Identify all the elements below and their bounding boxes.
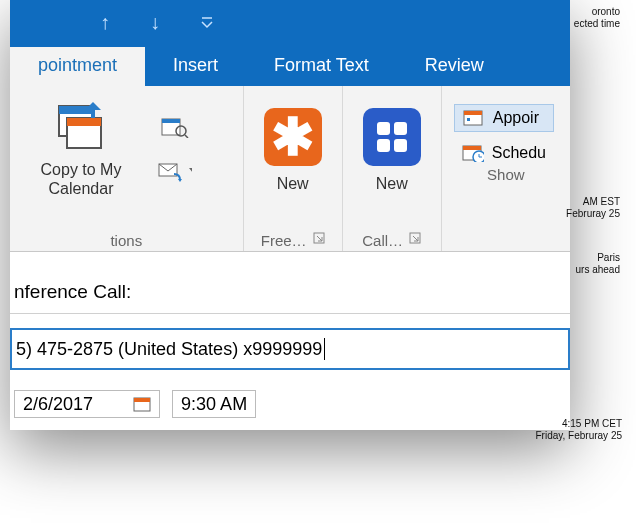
svg-line-8 bbox=[185, 135, 188, 138]
quick-access-toolbar: ↑ ↓ bbox=[10, 0, 570, 44]
svg-rect-14 bbox=[394, 139, 407, 152]
start-date-picker[interactable]: 2/6/2017 bbox=[14, 390, 160, 418]
undo-arrow-up-icon[interactable]: ↑ bbox=[100, 11, 110, 34]
location-input[interactable]: 5) 475-2875 (United States) x9999999 bbox=[10, 328, 570, 370]
show-scheduling-button[interactable]: Schedu bbox=[454, 140, 554, 166]
annotation-toronto: orontoected time bbox=[560, 6, 620, 30]
annotation-cet: 4:15 PM CETFriday, Februray 25 bbox=[522, 418, 622, 442]
subject-label: nference Call: bbox=[14, 281, 131, 303]
copy-to-my-calendar-label: Copy to My Calendar bbox=[16, 160, 146, 198]
location-value: 5) 475-2875 (United States) x9999999 bbox=[16, 339, 322, 360]
ribbon-group-actions: Copy to My Calendar bbox=[10, 86, 244, 251]
new-grid-button[interactable]: New bbox=[350, 92, 434, 193]
svg-rect-12 bbox=[394, 122, 407, 135]
annotation-est: AM ESTFebruray 25 bbox=[558, 196, 620, 220]
start-date-value: 2/6/2017 bbox=[23, 394, 93, 415]
show-appointment-button[interactable]: Appoir bbox=[454, 104, 554, 132]
copy-calendar-icon bbox=[53, 96, 109, 152]
dialpad-icon bbox=[363, 108, 421, 166]
ribbon-group-free-label: Free… bbox=[261, 232, 307, 249]
ribbon-group-show: Appoir Schedu Show bbox=[442, 86, 570, 251]
tab-appointment[interactable]: pointment bbox=[10, 47, 145, 86]
subject-row: nference Call: bbox=[10, 270, 570, 314]
dialog-launcher-icon[interactable] bbox=[313, 232, 325, 249]
svg-rect-6 bbox=[162, 119, 180, 123]
svg-rect-20 bbox=[463, 146, 481, 150]
svg-rect-13 bbox=[377, 139, 390, 152]
show-scheduling-label: Schedu bbox=[492, 144, 546, 162]
outlook-window: ↑ ↓ pointment Insert Format Text Review bbox=[10, 0, 570, 430]
tab-review[interactable]: Review bbox=[397, 47, 512, 86]
new-asterisk-label: New bbox=[277, 174, 309, 193]
ribbon-group-free: ✱ New Free… bbox=[244, 86, 343, 251]
copy-to-my-calendar-button[interactable]: Copy to My Calendar bbox=[16, 92, 146, 198]
svg-rect-18 bbox=[467, 118, 470, 121]
tab-insert[interactable]: Insert bbox=[145, 47, 246, 86]
new-asterisk-button[interactable]: ✱ New bbox=[251, 92, 335, 193]
annotation-paris: Parisurs ahead bbox=[560, 252, 620, 276]
ribbon-group-show-label: Show bbox=[487, 166, 525, 183]
envelope-forward-icon bbox=[158, 160, 186, 182]
forward-dropdown-button[interactable] bbox=[158, 158, 192, 184]
svg-rect-4 bbox=[67, 118, 101, 126]
ribbon-group-actions-label: tions bbox=[110, 232, 142, 249]
asterisk-icon: ✱ bbox=[264, 108, 322, 166]
ribbon-tabs: pointment Insert Format Text Review bbox=[10, 44, 570, 86]
quick-access-overflow-icon[interactable] bbox=[200, 15, 214, 29]
svg-rect-11 bbox=[377, 122, 390, 135]
ribbon-group-call: New Call… bbox=[343, 86, 442, 251]
new-grid-label: New bbox=[376, 174, 408, 193]
svg-rect-17 bbox=[464, 111, 482, 115]
tab-format-text[interactable]: Format Text bbox=[246, 47, 397, 86]
show-appointment-label: Appoir bbox=[493, 109, 539, 127]
calendar-picker-icon bbox=[133, 396, 151, 412]
calendar-search-icon bbox=[161, 116, 189, 138]
calendar-search-button[interactable] bbox=[158, 114, 192, 140]
dialog-launcher-icon[interactable] bbox=[409, 232, 421, 249]
start-time-picker[interactable]: 9:30 AM bbox=[172, 390, 256, 418]
svg-rect-23 bbox=[134, 398, 150, 402]
ribbon-group-call-label: Call… bbox=[362, 232, 403, 249]
redo-arrow-down-icon[interactable]: ↓ bbox=[150, 11, 160, 34]
appointment-form: nference Call: 5) 475-2875 (United State… bbox=[10, 252, 570, 418]
scheduling-icon bbox=[462, 144, 484, 162]
start-time-value: 9:30 AM bbox=[181, 394, 247, 415]
text-caret bbox=[324, 338, 325, 360]
ribbon: Copy to My Calendar bbox=[10, 86, 570, 252]
appointment-icon bbox=[463, 109, 485, 127]
